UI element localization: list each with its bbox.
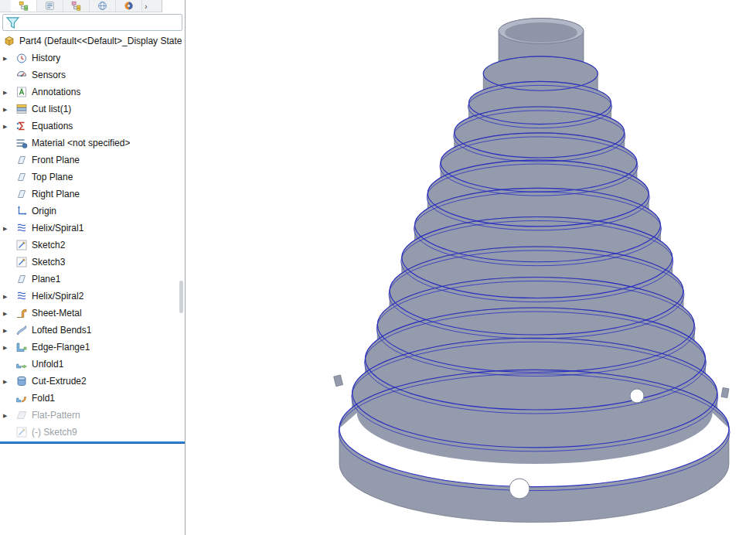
feature-icon [15, 86, 28, 98]
flange-hole-small[interactable] [630, 389, 644, 403]
feature-tree: ▶ Part4 (Default<<Default>_Display State… [0, 32, 185, 441]
tab-displaymanager[interactable] [116, 0, 142, 12]
tree-item-helix-spiral2[interactable]: ▶ Helix/Spiral2 [0, 288, 185, 305]
tree-item-sketch3[interactable]: ▶ Sketch3 [0, 254, 185, 271]
tab-overflow-chevron-icon[interactable]: › [142, 0, 150, 12]
tree-item-sensors[interactable]: ▶ Sensors [0, 66, 185, 83]
flange-tab-right[interactable] [721, 387, 729, 397]
feature-icon [15, 137, 28, 149]
expand-arrow-icon[interactable]: ▶ [3, 90, 7, 95]
feature-label: Sketch3 [32, 257, 65, 268]
tree-item-right-plane[interactable]: ▶ Right Plane [0, 186, 185, 203]
tree-item-lofted-bends1[interactable]: ▶ Lofted Bends1 [0, 322, 185, 339]
tab-dimxpertmanager[interactable] [90, 0, 116, 12]
feature-label: Fold1 [32, 393, 55, 404]
feature-label: Helix/Spiral2 [32, 291, 83, 302]
panel-tab-strip: › [0, 0, 185, 12]
feature-icon [15, 69, 28, 81]
rollback-bar[interactable] [0, 441, 185, 444]
tree-item-flat-pattern[interactable]: ▶ Flat-Pattern [0, 407, 185, 424]
flange-hole-large[interactable] [509, 479, 530, 499]
expand-arrow-icon[interactable]: ▶ [3, 345, 7, 350]
expand-arrow-icon[interactable]: ▶ [3, 413, 7, 418]
expand-arrow-icon[interactable]: ▶ [3, 124, 7, 129]
tree-item-fold1[interactable]: ▶ Fold1 [0, 390, 185, 407]
feature-manager-panel: › ▶ Part4 (Default<<Default>_Display Sta… [0, 0, 186, 535]
graphics-viewport[interactable] [186, 0, 756, 535]
panel-tabbar: › [0, 0, 162, 12]
expand-arrow-icon[interactable]: ▶ [3, 311, 7, 316]
feature-label: Annotations [32, 87, 80, 97]
feature-label: Cut-Extrude2 [32, 376, 87, 387]
panel-tab-icon [97, 1, 107, 11]
tab-featuremanager[interactable] [11, 0, 37, 12]
feature-label: Sketch2 [32, 240, 65, 250]
tree-item-cut-list[interactable]: ▶ Cut list(1) [0, 101, 185, 118]
solidworks-window: › ▶ Part4 (Default<<Default>_Display Sta… [0, 0, 756, 535]
feature-icon [15, 409, 28, 421]
tree-item-helix-spiral1[interactable]: ▶ Helix/Spiral1 [0, 220, 185, 237]
expand-arrow-icon[interactable]: ▶ [3, 294, 7, 299]
feature-label: Flat-Pattern [32, 410, 80, 421]
feature-icon [15, 307, 28, 319]
tab-propertymanager[interactable] [37, 0, 63, 12]
expand-arrow-icon[interactable]: ▶ [3, 226, 7, 231]
expand-arrow-icon[interactable]: ▶ [3, 56, 7, 61]
feature-icon [15, 392, 28, 404]
feature-icon [15, 324, 28, 336]
tree-item-sheet-metal[interactable]: ▶ Sheet-Metal [0, 305, 185, 322]
tree-filter-bar[interactable] [2, 14, 182, 31]
tree-item-material[interactable]: ▶ Material <not specified> [0, 135, 185, 152]
expand-arrow-icon[interactable]: ▶ [3, 328, 7, 333]
feature-icon [15, 120, 28, 132]
cylinder-inner[interactable] [505, 22, 577, 43]
feature-icon [15, 205, 28, 217]
tree-item-annotations[interactable]: ▶ Annotations [0, 83, 185, 101]
tree-item-sketch9[interactable]: ▶ (-) Sketch9 [0, 424, 185, 441]
panel-tab-icon [124, 1, 134, 11]
feature-icon [15, 239, 28, 251]
tab-configurationmanager[interactable] [63, 0, 90, 12]
feature-icon [15, 256, 28, 268]
feature-label: Part4 (Default<<Default>_Display State [19, 36, 182, 46]
feature-label: Material <not specified> [32, 138, 130, 148]
tree-item-unfold1[interactable]: ▶ Unfold1 [0, 356, 185, 373]
feature-icon [15, 222, 28, 234]
tree-item-sketch2[interactable]: ▶ Sketch2 [0, 237, 185, 254]
feature-label: Lofted Bends1 [32, 325, 91, 336]
panel-tab-icon [71, 1, 81, 11]
tree-item-front-plane[interactable]: ▶ Front Plane [0, 152, 185, 169]
feature-icon [3, 35, 15, 47]
feature-icon [15, 103, 28, 115]
tree-item-edge-flange1[interactable]: ▶ Edge-Flange1 [0, 339, 185, 356]
expand-arrow-icon[interactable]: ▶ [3, 107, 7, 112]
feature-label: Cut list(1) [32, 104, 71, 114]
feature-label: Equations [32, 121, 73, 131]
expand-arrow-icon[interactable]: ▶ [3, 379, 7, 384]
panel-scrollbar-thumb[interactable] [179, 281, 183, 313]
feature-icon [15, 188, 28, 200]
tree-item-equations[interactable]: ▶ Equations [0, 118, 185, 135]
feature-icon [15, 426, 28, 438]
panel-tab-icon [19, 1, 29, 11]
flange-tab-left[interactable] [334, 375, 343, 387]
feature-label: Helix/Spiral1 [32, 223, 83, 233]
feature-icon [15, 341, 28, 353]
tree-item-part4[interactable]: ▶ Part4 (Default<<Default>_Display State [0, 32, 185, 49]
feature-label: Plane1 [32, 274, 60, 285]
feature-label: History [32, 53, 60, 63]
tree-item-plane1[interactable]: ▶ Plane1 [0, 271, 185, 288]
tree-item-history[interactable]: ▶ History [0, 49, 185, 66]
filter-funnel-icon[interactable] [5, 16, 20, 29]
tree-item-top-plane[interactable]: ▶ Top Plane [0, 169, 185, 186]
tree-item-origin[interactable]: ▶ Origin [0, 203, 185, 220]
model-3d-conical-spiral[interactable] [186, 0, 756, 535]
feature-label: Sensors [32, 70, 66, 80]
feature-icon [15, 273, 28, 285]
tree-item-cut-extrude2[interactable]: ▶ Cut-Extrude2 [0, 373, 185, 390]
feature-icon [15, 171, 28, 183]
feature-label: Origin [32, 206, 56, 216]
feature-label: Top Plane [32, 172, 73, 182]
feature-icon [15, 52, 28, 64]
feature-label: Edge-Flange1 [32, 342, 90, 353]
